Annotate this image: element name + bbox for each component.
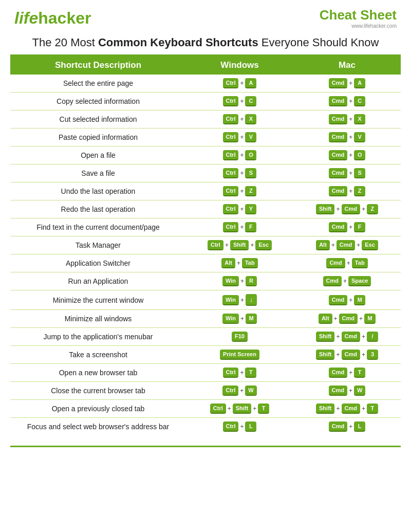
row-mac: Shift+Cmd+/ [293, 328, 401, 346]
main-title: The 20 Most Common Keyboard Shortcuts Ev… [0, 33, 411, 54]
plus-sign: + [240, 297, 244, 304]
key-group: Ctrl+O [223, 150, 257, 160]
key-badge: S [354, 168, 365, 178]
key-badge: Cmd [329, 386, 347, 396]
row-mac: Cmd+W [293, 382, 401, 400]
key-group: Alt+Cmd+Esc [316, 240, 378, 250]
key-group: Win+M [222, 314, 257, 324]
key-group: Ctrl+Shift+Esc [208, 240, 272, 250]
plus-sign: + [349, 98, 352, 105]
row-description: Select the entire page [10, 75, 186, 93]
plus-sign: + [336, 351, 340, 358]
key-group: Cmd+V [329, 132, 365, 142]
row-mac: Alt+Cmd+Esc [293, 236, 401, 254]
plus-sign: + [362, 333, 365, 340]
key-badge: O [245, 150, 256, 160]
table-row: Take a screenshotPrint ScreenShift+Cmd+3 [10, 346, 401, 364]
key-badge: A [245, 78, 256, 88]
key-badge: Cmd [323, 276, 342, 286]
row-windows: Print Screen [186, 346, 293, 364]
key-badge: Cmd [329, 168, 347, 178]
plus-sign: + [349, 297, 352, 304]
row-mac: Cmd+X [293, 111, 401, 129]
plus-sign: + [334, 315, 338, 322]
table-row: Save a fileCtrl+SCmd+S [10, 164, 401, 182]
plus-sign: + [240, 387, 244, 394]
key-badge: Ctrl [223, 78, 239, 88]
key-badge: / [367, 332, 378, 342]
key-badge: Cmd [329, 295, 347, 305]
key-group: Ctrl+F [223, 222, 257, 232]
row-windows: Ctrl+S [186, 164, 293, 182]
key-badge: Cmd [329, 78, 347, 88]
key-badge: Cmd [342, 403, 360, 414]
key-group: Cmd+A [329, 78, 365, 88]
table-row: Task ManagerCtrl+Shift+EscAlt+Cmd+Esc [10, 236, 401, 254]
row-mac: Cmd+Z [293, 182, 401, 200]
key-badge: Cmd [329, 368, 347, 378]
row-description: Close the current browser tab [10, 382, 186, 400]
row-description: Open a new browser tab [10, 364, 186, 382]
plus-sign: + [240, 116, 244, 123]
key-badge: Space [348, 276, 371, 286]
key-badge: Z [367, 204, 378, 214]
row-description: Redo the last operation [10, 200, 186, 218]
bottom-divider [10, 446, 401, 447]
key-badge: Shift [316, 403, 334, 414]
key-group: Ctrl+Y [223, 204, 257, 214]
row-description: Undo the last operation [10, 182, 186, 200]
key-group: Cmd+X [329, 114, 365, 124]
row-windows: Ctrl+A [186, 75, 293, 93]
plus-sign: + [349, 387, 352, 394]
key-group: Ctrl+X [223, 114, 257, 124]
key-group: Cmd+S [329, 168, 365, 178]
row-mac: Shift+Cmd+Z [293, 200, 401, 218]
plus-sign: + [336, 333, 340, 340]
logo-life: life [14, 9, 38, 27]
row-windows: Ctrl+V [186, 129, 293, 146]
key-badge: Z [354, 186, 365, 196]
key-badge: Ctrl [223, 186, 239, 196]
row-description: Open a file [10, 146, 186, 164]
table-row: Paste copied informationCtrl+VCmd+V [10, 129, 401, 146]
title-suffix: Everyone Should Know [258, 36, 379, 49]
row-mac: Cmd+Tab [293, 254, 401, 272]
plus-sign: + [336, 206, 340, 213]
key-badge: Cmd [329, 421, 347, 432]
key-badge: Win [222, 276, 239, 286]
key-badge: W [245, 386, 256, 396]
key-group: Ctrl+Shift+T [210, 403, 269, 414]
key-badge: Z [245, 186, 256, 196]
col-windows: Windows [186, 56, 293, 75]
row-mac: Alt+Cmd+M [293, 310, 401, 328]
plus-sign: + [362, 405, 365, 412]
row-mac: Cmd+F [293, 218, 401, 236]
plus-sign: + [240, 423, 244, 430]
key-badge: X [245, 114, 256, 124]
row-windows: Ctrl+F [186, 218, 293, 236]
key-badge: R [246, 276, 257, 286]
key-badge: Shift [233, 403, 251, 414]
key-badge: Ctrl [223, 96, 239, 106]
key-badge: X [354, 114, 365, 124]
key-badge: Ctrl [210, 403, 226, 414]
key-group: Print Screen [220, 350, 259, 360]
key-badge: Print Screen [220, 350, 259, 360]
key-badge: Y [245, 204, 256, 214]
plus-sign: + [228, 405, 231, 412]
plus-sign: + [240, 170, 244, 177]
plus-sign: + [349, 369, 352, 376]
key-badge: Alt [319, 314, 332, 324]
key-badge: Cmd [329, 222, 347, 232]
plus-sign: + [240, 188, 244, 195]
plus-sign: + [240, 98, 244, 105]
key-group: Cmd+F [329, 222, 365, 232]
plus-sign: + [357, 242, 360, 249]
table-row: Jump to the application's menubarF10Shif… [10, 328, 401, 346]
row-mac: Cmd+T [293, 364, 401, 382]
key-badge: Win [222, 314, 239, 324]
table-row: Open a new browser tabCtrl+TCmd+T [10, 364, 401, 382]
key-badge: Win [222, 295, 239, 305]
row-description: Take a screenshot [10, 346, 186, 364]
row-description: Copy selected information [10, 93, 186, 111]
